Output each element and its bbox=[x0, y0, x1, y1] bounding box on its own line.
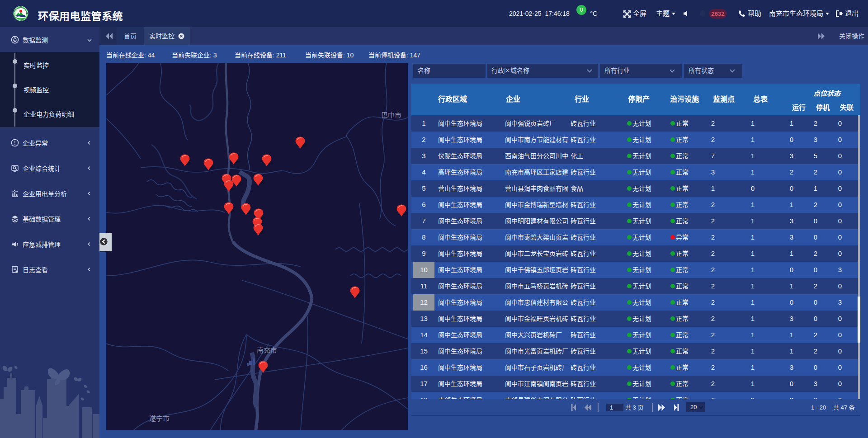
svg-text:遂宁市: 遂宁市 bbox=[149, 414, 170, 422]
svg-text:南充市: 南充市 bbox=[257, 346, 277, 354]
svg-text:巴中市: 巴中市 bbox=[381, 111, 401, 119]
